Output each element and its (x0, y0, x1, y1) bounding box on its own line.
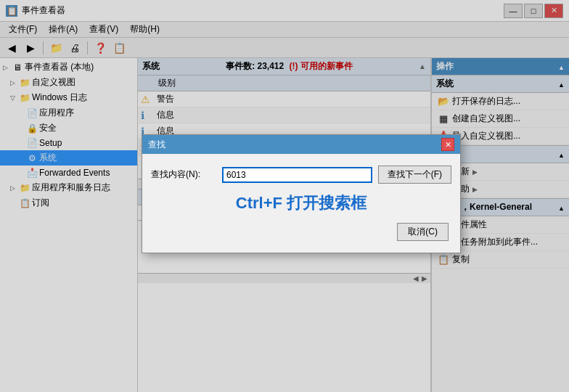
dialog-title: 查找 (148, 139, 165, 151)
dialog-close-button[interactable]: ✕ (441, 138, 454, 151)
dialog-titlebar: 查找 ✕ (142, 135, 460, 154)
dialog-search-input[interactable] (222, 167, 372, 183)
dialog-search-label: 查找内容(N): (151, 168, 216, 181)
dialog-button-row: 取消(C) (151, 223, 451, 241)
dialog-overlay: 查找 ✕ 查找内容(N): 查找下一个(F) Ctrl+F 打开搜索框 取消(C… (0, 0, 569, 392)
dialog-search-row: 查找内容(N): 查找下一个(F) (151, 166, 451, 184)
dialog-body: 查找内容(N): 查找下一个(F) Ctrl+F 打开搜索框 取消(C) (142, 154, 460, 253)
dialog-find-button[interactable]: 查找下一个(F) (378, 166, 451, 184)
find-dialog: 查找 ✕ 查找内容(N): 查找下一个(F) Ctrl+F 打开搜索框 取消(C… (142, 134, 461, 253)
dialog-cancel-button[interactable]: 取消(C) (397, 223, 449, 241)
dialog-hint-text: Ctrl+F 打开搜索框 (151, 192, 451, 214)
